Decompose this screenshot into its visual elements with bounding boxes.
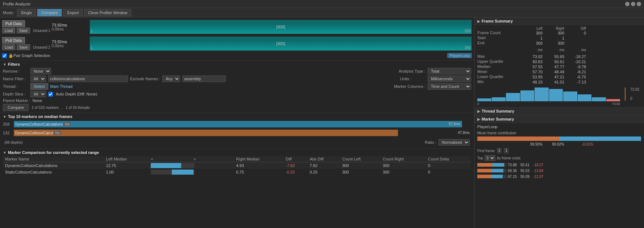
thread-select-btn[interactable]: Select — [30, 83, 48, 90]
left-panel: Pull Data Load Save Unsaved 1 73.92ms 0.… — [0, 17, 474, 228]
bb-right-3 — [491, 175, 503, 178]
marker-row-1[interactable]: 258 DynamicCollisionCalculations Sta 57.… — [3, 120, 471, 128]
row1-right-median: 4.93 — [234, 162, 284, 169]
window-controls — [625, 2, 641, 6]
start-label: Start — [477, 36, 521, 41]
median-diff: -9.78 — [564, 64, 586, 69]
all-depths-label: (All depths) — [4, 141, 23, 144]
uq-right: 50.61 — [543, 59, 564, 64]
max-diff: -18.27 — [564, 54, 586, 59]
close-profiler-btn[interactable]: Close Profiler Window — [84, 9, 131, 16]
ratio-label: Ratio : — [425, 140, 436, 144]
zero-ms-2: 0.00ms — [52, 44, 88, 48]
median-label: Median — [477, 64, 521, 69]
bb-left-1 — [477, 163, 493, 167]
ratio-select[interactable]: Normalized — [439, 139, 470, 146]
min-right: 41.01 — [543, 80, 564, 85]
load-btn-2[interactable]: Load — [2, 44, 15, 50]
compare-btn[interactable]: Compare — [3, 104, 29, 111]
end-right: 300 — [543, 41, 564, 46]
median-right: 47.77 — [543, 64, 564, 69]
hist-left-max: 73.92 — [612, 102, 620, 106]
pair-graph-checkbox[interactable] — [2, 53, 7, 58]
table-row[interactable]: DynamicCollisionCalculations 12.75 4.93 … — [3, 162, 471, 169]
exclude-select[interactable]: Any — [162, 76, 180, 82]
filters-label: Filters — [8, 62, 20, 66]
minimize-btn[interactable] — [625, 2, 630, 6]
player-loop-btn[interactable]: PlayerLoop — [447, 53, 472, 58]
top-num-select[interactable]: 3 — [485, 155, 495, 161]
exclude-input[interactable] — [182, 76, 226, 82]
mean-right: 48.49 — [543, 69, 564, 74]
row2-abs-diff: 0.25 — [308, 169, 340, 175]
uq-left: 60.83 — [521, 59, 543, 64]
remove-select[interactable]: None — [30, 68, 51, 74]
pull-data-btn-2[interactable]: Pull Data — [2, 37, 25, 44]
hist-axis-left: 0 73.92 — [477, 102, 620, 106]
save-btn-2[interactable]: Save — [17, 44, 30, 50]
unsaved-label-2: Unsaved 2 — [33, 45, 50, 49]
save-btn-1[interactable]: Save — [17, 28, 30, 33]
max-right: 55.65 — [543, 54, 564, 59]
pull-data-btn-1[interactable]: Pull Data — [2, 20, 25, 27]
load-btn-1[interactable]: Load — [2, 28, 15, 33]
graph-row-1: Pull Data Load Save Unsaved 1 73.92ms 0.… — [2, 19, 472, 35]
compare-markers-info: 2 of 533 markers — [32, 106, 59, 110]
parent-label: Parent Marker : — [3, 98, 30, 103]
end-diff-empty — [564, 41, 586, 46]
depth-select[interactable]: All — [30, 91, 46, 97]
player-loop-label: PlayerLoop — [474, 123, 644, 130]
single-mode-btn[interactable]: Single — [17, 9, 36, 16]
graph-row-2: Pull Data Load Save Unsaved 2 73.92ms 0.… — [2, 36, 472, 52]
top-label: Top — [477, 156, 483, 160]
ratio-row: Ratio : Normalized — [425, 138, 470, 146]
ms-headers: ms ms ms — [474, 47, 644, 53]
thread-label: Thread : — [3, 84, 28, 89]
title-bar: Profile Analyzer — [0, 0, 644, 8]
main-layout: Pull Data Load Save Unsaved 1 73.92ms 0.… — [0, 17, 644, 228]
compare-row: Compare 2 of 533 markers , 1 of 34 threa… — [3, 104, 471, 111]
load-save-row-2: Load Save Unsaved 2 — [2, 44, 50, 50]
graph-canvas-1[interactable]: [300] 1 300 — [90, 20, 472, 34]
marker-name-1: DynamicCollisionCalculations — [15, 122, 63, 126]
parent-row: Parent Marker : None — [3, 98, 471, 103]
contribution-bar — [477, 137, 641, 141]
mean-diff: -9.21 — [564, 69, 586, 74]
mini-histogram: 0 73.92 73.92 0 — [477, 87, 641, 106]
col-diff: Diff — [284, 156, 308, 162]
first-frame-left: 1 — [497, 148, 502, 154]
hist-right-0: 0 — [630, 97, 641, 101]
row2-count-left: 300 — [340, 169, 381, 175]
time-ms-2: 73.92ms — [52, 40, 88, 44]
analysis-type-select[interactable]: Total — [428, 68, 471, 74]
export-btn[interactable]: Export — [63, 9, 83, 16]
min-label: Min — [477, 80, 521, 85]
name-filter-all-select[interactable]: All — [30, 76, 46, 82]
auto-depth-checkbox[interactable] — [48, 92, 53, 97]
maximize-btn[interactable] — [631, 2, 635, 6]
row2-count-delta: 0 — [426, 169, 471, 175]
start-diff-empty — [564, 36, 586, 41]
lq-right: 47.21 — [543, 74, 564, 80]
name-filter-input[interactable] — [48, 76, 128, 82]
marker-bar-right-2: DynamicCollisionCalcul Sta 47.8ms — [14, 130, 398, 136]
col-count-right: Count Right — [381, 156, 426, 162]
marker-row-2[interactable]: 132 DynamicCollisionCalcul Sta 47.8ms — [3, 129, 471, 137]
max-label: Max — [477, 54, 521, 59]
comparison-section: ▼ Marker Comparison for currently select… — [0, 149, 474, 228]
marker-tag-2: Sta — [54, 131, 61, 135]
top-markers-section: ▼ Top 10 markers on median frames 258 Dy… — [0, 113, 474, 149]
graph-canvas-2[interactable]: [300] 1 300 — [90, 36, 472, 51]
row2-count-right: 300 — [381, 169, 426, 175]
compare-mode-btn[interactable]: Compare — [37, 9, 62, 16]
start-right: 1 — [543, 36, 564, 41]
row2-diff: -0.25 — [284, 169, 308, 175]
units-select[interactable]: Milliseconds — [428, 76, 471, 82]
col-marker-name: Marker Name — [3, 156, 104, 162]
close-btn[interactable] — [637, 2, 641, 6]
bottom-bar-vals-3: 67.15 55.09 -12.07 — [508, 175, 543, 179]
bar2-diff: -13.84 — [533, 169, 543, 173]
marker-columns-select[interactable]: Time and Count — [428, 83, 471, 90]
table-row[interactable]: StaticCollisionCalculations 1.00 0.75 -0… — [3, 169, 471, 175]
bottom-bars-area: 73.88 55.61 -18.27 69.36 55.53 -13.84 — [474, 162, 644, 180]
